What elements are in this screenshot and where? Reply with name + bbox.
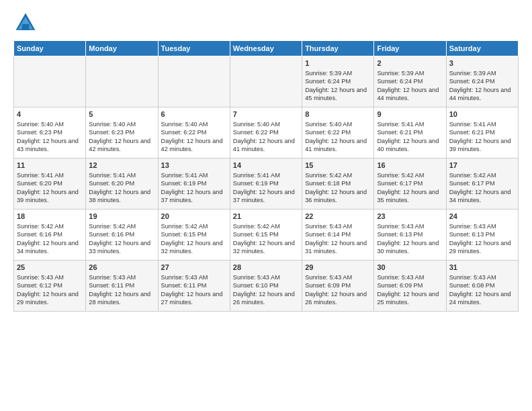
calendar-cell: 10Sunrise: 5:41 AMSunset: 6:21 PMDayligh… — [446, 107, 518, 158]
day-content: Sunrise: 5:42 AM — [17, 222, 83, 230]
calendar-cell: 14Sunrise: 5:41 AMSunset: 6:19 PMDayligh… — [230, 158, 302, 210]
calendar-cell: 8Sunrise: 5:40 AMSunset: 6:22 PMDaylight… — [302, 107, 374, 158]
day-content: Sunrise: 5:41 AM — [377, 120, 443, 128]
calendar-cell: 20Sunrise: 5:42 AMSunset: 6:15 PMDayligh… — [158, 210, 230, 261]
header-day: Monday — [86, 41, 158, 56]
day-number: 26 — [89, 263, 154, 273]
header-day: Sunday — [14, 41, 86, 56]
day-content: Daylight: 12 hours and 41 minutes. — [305, 137, 371, 154]
day-number: 14 — [233, 161, 299, 171]
day-number: 13 — [161, 161, 227, 171]
calendar-cell: 6Sunrise: 5:40 AMSunset: 6:22 PMDaylight… — [158, 107, 230, 158]
day-number: 21 — [233, 212, 299, 222]
calendar-cell: 13Sunrise: 5:41 AMSunset: 6:19 PMDayligh… — [158, 158, 230, 210]
calendar-cell: 27Sunrise: 5:43 AMSunset: 6:11 PMDayligh… — [158, 261, 230, 312]
day-number: 18 — [17, 212, 83, 222]
day-content: Sunrise: 5:41 AM — [449, 120, 515, 128]
day-content: Sunset: 6:14 PM — [305, 230, 371, 238]
calendar-cell: 9Sunrise: 5:41 AMSunset: 6:21 PMDaylight… — [374, 107, 446, 158]
day-number: 24 — [449, 212, 515, 222]
day-number: 22 — [305, 212, 371, 222]
day-number: 1 — [305, 58, 371, 68]
day-content: Daylight: 12 hours and 41 minutes. — [233, 137, 299, 154]
calendar-cell: 18Sunrise: 5:42 AMSunset: 6:16 PMDayligh… — [14, 210, 86, 261]
day-content: Sunset: 6:11 PM — [161, 281, 227, 289]
day-number: 7 — [233, 109, 299, 120]
day-content: Sunrise: 5:43 AM — [89, 273, 154, 281]
day-content: Daylight: 12 hours and 26 minutes. — [233, 290, 299, 307]
day-number: 23 — [377, 212, 443, 222]
day-content: Sunrise: 5:39 AM — [377, 69, 443, 77]
header-day: Thursday — [302, 41, 374, 56]
day-number: 5 — [89, 109, 154, 120]
day-content: Sunrise: 5:40 AM — [89, 120, 154, 128]
day-content: Sunrise: 5:40 AM — [17, 120, 83, 128]
header-row: SundayMondayTuesdayWednesdayThursdayFrid… — [14, 41, 519, 56]
calendar-week-row: 18Sunrise: 5:42 AMSunset: 6:16 PMDayligh… — [14, 210, 519, 261]
day-content: Sunset: 6:16 PM — [89, 230, 154, 238]
calendar-cell: 29Sunrise: 5:43 AMSunset: 6:09 PMDayligh… — [302, 261, 374, 312]
day-number: 16 — [377, 161, 443, 171]
day-number: 12 — [89, 161, 154, 171]
day-content: Sunrise: 5:40 AM — [305, 120, 371, 128]
calendar-cell — [230, 56, 302, 107]
day-content: Sunset: 6:18 PM — [305, 179, 371, 187]
day-content: Sunrise: 5:41 AM — [89, 171, 154, 179]
day-content: Sunrise: 5:43 AM — [161, 273, 227, 281]
day-content: Sunset: 6:12 PM — [17, 281, 83, 289]
calendar-cell: 28Sunrise: 5:43 AMSunset: 6:10 PMDayligh… — [230, 261, 302, 312]
day-content: Daylight: 12 hours and 43 minutes. — [17, 137, 83, 154]
logo-icon — [13, 11, 38, 35]
calendar-cell: 15Sunrise: 5:42 AMSunset: 6:18 PMDayligh… — [302, 158, 374, 210]
day-number: 10 — [449, 109, 515, 120]
day-number: 8 — [305, 109, 371, 120]
calendar-cell: 16Sunrise: 5:42 AMSunset: 6:17 PMDayligh… — [374, 158, 446, 210]
day-number: 20 — [161, 212, 227, 222]
day-content: Daylight: 12 hours and 44 minutes. — [449, 86, 515, 103]
day-number: 27 — [161, 263, 227, 273]
day-number: 9 — [377, 109, 443, 120]
day-content: Sunrise: 5:41 AM — [233, 171, 299, 179]
day-number: 19 — [89, 212, 154, 222]
header-day: Wednesday — [230, 41, 302, 56]
day-content: Daylight: 12 hours and 34 minutes. — [17, 239, 83, 256]
day-content: Sunset: 6:21 PM — [449, 128, 515, 136]
day-content: Daylight: 12 hours and 45 minutes. — [305, 86, 371, 103]
calendar-cell: 30Sunrise: 5:43 AMSunset: 6:09 PMDayligh… — [374, 261, 446, 312]
day-content: Daylight: 12 hours and 37 minutes. — [233, 188, 299, 205]
calendar-cell — [14, 56, 86, 107]
day-content: Sunset: 6:23 PM — [17, 128, 83, 136]
day-content: Sunrise: 5:41 AM — [17, 171, 83, 179]
day-content: Daylight: 12 hours and 29 minutes. — [449, 239, 515, 256]
header-day: Friday — [374, 41, 446, 56]
day-content: Daylight: 12 hours and 38 minutes. — [89, 188, 154, 205]
calendar-cell: 23Sunrise: 5:43 AMSunset: 6:13 PMDayligh… — [374, 210, 446, 261]
day-number: 11 — [17, 161, 83, 171]
day-content: Daylight: 12 hours and 28 minutes. — [89, 290, 154, 307]
calendar-week-row: 1Sunrise: 5:39 AMSunset: 6:24 PMDaylight… — [14, 56, 519, 107]
day-content: Daylight: 12 hours and 39 minutes. — [17, 188, 83, 205]
day-content: Sunset: 6:20 PM — [17, 179, 83, 187]
day-content: Sunset: 6:16 PM — [17, 230, 83, 238]
day-content: Sunset: 6:17 PM — [377, 179, 443, 187]
day-content: Daylight: 12 hours and 27 minutes. — [161, 290, 227, 307]
day-content: Sunset: 6:22 PM — [305, 128, 371, 136]
calendar-header: SundayMondayTuesdayWednesdayThursdayFrid… — [14, 41, 519, 56]
day-content: Sunrise: 5:43 AM — [449, 222, 515, 230]
day-content: Sunset: 6:24 PM — [377, 77, 443, 85]
calendar-cell: 22Sunrise: 5:43 AMSunset: 6:14 PMDayligh… — [302, 210, 374, 261]
day-content: Sunset: 6:17 PM — [449, 179, 515, 187]
day-number: 28 — [233, 263, 299, 273]
logo — [13, 11, 42, 35]
day-content: Sunset: 6:22 PM — [233, 128, 299, 136]
day-number: 25 — [17, 263, 83, 273]
day-content: Sunrise: 5:43 AM — [377, 273, 443, 281]
calendar-cell: 24Sunrise: 5:43 AMSunset: 6:13 PMDayligh… — [446, 210, 518, 261]
day-number: 4 — [17, 109, 83, 120]
day-content: Sunrise: 5:43 AM — [305, 273, 371, 281]
calendar-cell: 5Sunrise: 5:40 AMSunset: 6:23 PMDaylight… — [86, 107, 158, 158]
calendar-table: SundayMondayTuesdayWednesdayThursdayFrid… — [13, 40, 519, 312]
page: SundayMondayTuesdayWednesdayThursdayFrid… — [0, 0, 532, 411]
day-content: Sunrise: 5:41 AM — [161, 171, 227, 179]
day-content: Sunrise: 5:43 AM — [233, 273, 299, 281]
